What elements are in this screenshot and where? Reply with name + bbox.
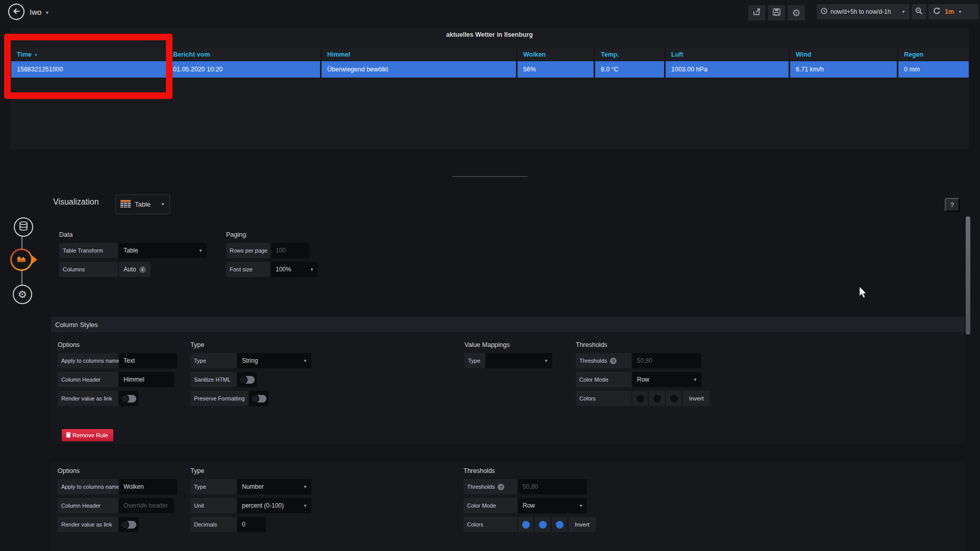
column-header-label: Column Header xyxy=(58,498,118,513)
time-range-label: now/d+5h to now/d-1h xyxy=(830,8,891,15)
options-title: Options xyxy=(58,341,177,348)
table-transform-label: Table Transform xyxy=(59,243,118,258)
tab-queries[interactable] xyxy=(14,217,33,237)
decimals-label: Decimals xyxy=(190,517,236,532)
thresholds-input[interactable] xyxy=(632,353,701,368)
threshold-color-3[interactable] xyxy=(666,391,681,406)
refresh-control[interactable]: 1m ▼ xyxy=(928,4,978,19)
grafana-panel-editor: Iwo ▼ ⚙ now/d+5h to now/d-1h ▼ xyxy=(0,0,980,551)
dashboard-area: aktuelles Wetter in Ilsenburg Time▼ Beri… xyxy=(0,23,980,177)
render-as-link-label: Render value as link xyxy=(58,517,118,532)
threshold-color-1[interactable] xyxy=(518,517,533,532)
save-button[interactable] xyxy=(768,5,785,20)
threshold-color-2[interactable] xyxy=(535,517,550,532)
invert-button[interactable]: Invert xyxy=(683,391,710,406)
column-header-luft[interactable]: Luft xyxy=(666,48,790,60)
threshold-color-2[interactable] xyxy=(649,391,665,406)
thresholds-input[interactable] xyxy=(518,479,587,494)
tab-visualization-active[interactable] xyxy=(10,248,33,271)
cell-himmel: Überwiegend bewölkt xyxy=(322,61,518,78)
columns-auto-value[interactable]: Autoi xyxy=(119,262,151,277)
table-transform-select[interactable]: Table▼ xyxy=(119,243,207,258)
column-header-input[interactable] xyxy=(119,372,174,387)
question-icon: ? xyxy=(610,358,617,364)
visualization-type-select[interactable]: Table ▼ xyxy=(115,194,170,214)
refresh-interval-label: 1m xyxy=(945,8,954,15)
refresh-icon xyxy=(933,7,941,17)
font-size-label: Font size xyxy=(226,262,270,277)
dashboard-title-caret-icon[interactable]: ▼ xyxy=(45,0,50,23)
visualization-type-label: Table xyxy=(135,201,151,208)
render-as-link-toggle[interactable] xyxy=(119,391,138,406)
decimals-input[interactable] xyxy=(237,517,266,532)
active-tab-pointer-icon xyxy=(32,256,37,264)
type-select[interactable]: Number▼ xyxy=(237,479,311,494)
back-button[interactable] xyxy=(8,4,24,20)
cell-luft: 1003.00 hPa xyxy=(666,61,790,78)
editor-scrollbar-thumb[interactable] xyxy=(966,216,970,335)
rule2-options: Options Apply to columns named Column He… xyxy=(58,467,177,536)
column-header-wind[interactable]: Wind xyxy=(790,48,898,60)
help-button[interactable]: ? xyxy=(945,198,960,212)
type-label: Type xyxy=(190,353,236,368)
mapping-type-select[interactable]: ▼ xyxy=(486,353,552,368)
column-header-wolken[interactable]: Wolken xyxy=(518,48,595,60)
color-mode-select[interactable]: Row▼ xyxy=(518,498,587,513)
unit-label: Unit xyxy=(190,498,236,513)
select-caret-icon: ▼ xyxy=(303,504,307,508)
type-title: Type xyxy=(190,467,311,474)
cell-temp: 8.0 °C xyxy=(595,61,666,78)
settings-button[interactable]: ⚙ xyxy=(788,5,805,20)
magnifier-icon xyxy=(915,7,923,17)
unit-select[interactable]: percent (0-100)▼ xyxy=(237,498,311,513)
select-caret-icon: ▼ xyxy=(310,267,314,272)
color-mode-select[interactable]: Row▼ xyxy=(632,372,701,387)
apply-to-columns-input[interactable] xyxy=(119,479,177,494)
rule1-value-mappings: Value Mappings Type ▼ xyxy=(464,341,552,372)
threshold-color-3[interactable] xyxy=(552,517,567,532)
render-as-link-toggle[interactable] xyxy=(119,517,138,532)
back-arrow-icon xyxy=(12,7,20,17)
preserve-formatting-toggle[interactable] xyxy=(249,391,268,406)
sanitize-html-label: Sanitize HTML xyxy=(190,372,236,387)
tab-general[interactable]: ⚙ xyxy=(13,285,32,304)
threshold-color-1[interactable] xyxy=(632,391,648,406)
clock-icon xyxy=(821,8,827,16)
type-title: Type xyxy=(190,341,311,348)
select-caret-icon: ▼ xyxy=(544,359,548,363)
select-caret-icon: ▼ xyxy=(579,504,583,508)
rows-per-page-label: Rows per page xyxy=(226,243,270,258)
zoom-out-button[interactable] xyxy=(912,4,926,19)
dashboard-title[interactable]: Iwo xyxy=(30,0,41,23)
rule1-type: Type Type String▼ Sanitize HTML Preserve… xyxy=(190,341,311,410)
render-as-link-label: Render value as link xyxy=(58,391,118,406)
sanitize-html-toggle[interactable] xyxy=(237,372,257,387)
column-header-himmel[interactable]: Himmel xyxy=(322,48,518,60)
share-button[interactable] xyxy=(748,5,765,20)
thresholds-title: Thresholds xyxy=(576,341,710,348)
data-section-title: Data xyxy=(59,231,207,238)
invert-button[interactable]: Invert xyxy=(569,517,596,532)
options-title: Options xyxy=(58,467,177,474)
column-header-regen[interactable]: Regen xyxy=(898,48,969,60)
cell-bericht-vom: 01.05.2020 10:20 xyxy=(167,61,322,78)
save-icon xyxy=(773,8,780,18)
data-section: Data Table Transform Table▼ Columns Auto… xyxy=(59,231,207,281)
gear-icon: ⚙ xyxy=(792,7,800,19)
type-label: Type xyxy=(190,479,236,494)
rows-per-page-input[interactable] xyxy=(271,243,309,258)
database-icon xyxy=(18,221,29,233)
apply-to-columns-input[interactable] xyxy=(119,353,177,368)
column-style-rule-2: Options Apply to columns named Column He… xyxy=(51,462,965,551)
remove-rule-button[interactable]: Remove Rule xyxy=(62,429,113,441)
column-header-input[interactable] xyxy=(119,498,174,513)
visualization-heading: Visualization xyxy=(53,197,99,207)
type-select[interactable]: String▼ xyxy=(237,353,311,368)
time-range-picker[interactable]: now/d+5h to now/d-1h ▼ xyxy=(817,4,910,19)
gear-wrench-icon: ⚙ xyxy=(18,288,27,300)
cell-wind: 6.71 km/h xyxy=(790,61,898,78)
column-header-bericht-vom[interactable]: Bericht vom xyxy=(167,48,322,60)
column-header-temp[interactable]: Temp. xyxy=(595,48,666,60)
apply-to-columns-label: Apply to columns named xyxy=(58,479,118,494)
font-size-select[interactable]: 100%▼ xyxy=(271,262,318,277)
